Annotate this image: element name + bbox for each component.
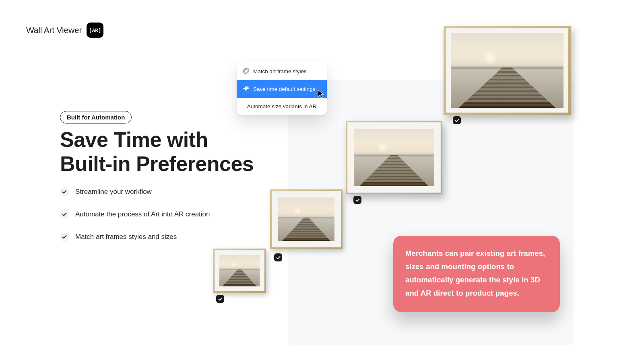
menu-item-label: Match art frame styles <box>253 68 307 74</box>
brand-name: Wall Art Viewer <box>26 25 82 35</box>
menu-item-label: Automate size variants in AR <box>247 103 317 109</box>
menu-item-automate-variants[interactable]: Automate size variants in AR <box>237 98 327 115</box>
sparkle-icon <box>243 86 249 92</box>
frames-icon <box>243 68 249 74</box>
check-icon <box>60 232 69 241</box>
callout-card: Merchants can pair existing art frames, … <box>393 236 560 312</box>
art-frame-s <box>213 249 266 293</box>
frame-xl-check-icon <box>453 116 461 124</box>
bullet-item: Streamline your workflow <box>60 187 210 196</box>
art-frame-l <box>346 121 442 194</box>
check-icon <box>60 187 69 196</box>
svg-rect-1 <box>245 69 248 72</box>
check-icon <box>60 210 69 219</box>
bullet-text: Automate the process of Art into AR crea… <box>75 210 210 218</box>
menu-item-save-defaults[interactable]: Save time default settings <box>237 80 327 98</box>
svg-rect-0 <box>244 70 247 73</box>
bullet-text: Match art frames styles and sizes <box>75 233 177 241</box>
art-frame-m <box>270 189 343 249</box>
tag-pill: Built for Automation <box>60 111 132 123</box>
menu-item-label: Save time default settings <box>253 86 316 92</box>
art-frame-xl <box>444 26 571 115</box>
bullet-item: Automate the process of Art into AR crea… <box>60 210 210 219</box>
bullet-item: Match art frames styles and sizes <box>60 232 210 241</box>
headline-line-2: Built-in Preferences <box>60 152 254 176</box>
menu-item-match-frames[interactable]: Match art frame styles <box>237 62 327 80</box>
brand: Wall Art Viewer [AR] <box>26 23 103 38</box>
bullet-list: Streamline your workflow Automate the pr… <box>60 187 210 241</box>
bullet-text: Streamline your workflow <box>75 188 152 196</box>
preferences-menu: Match art frame styles Save time default… <box>237 62 327 115</box>
headline-line-1: Save Time with <box>60 128 254 152</box>
ar-badge-icon: [AR] <box>87 23 103 38</box>
headline: Save Time with Built-in Preferences <box>60 128 254 176</box>
frame-s-check-icon <box>216 295 224 303</box>
frame-l-check-icon <box>353 196 361 204</box>
cursor-icon <box>317 89 326 98</box>
frame-m-check-icon <box>274 253 282 261</box>
